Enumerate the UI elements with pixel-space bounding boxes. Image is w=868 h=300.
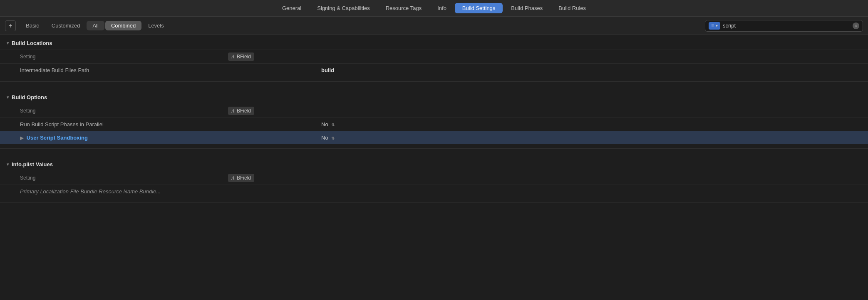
intermediate-build-files-value[interactable]: build — [316, 64, 868, 77]
build-options-chevron[interactable]: ▾ — [7, 95, 9, 100]
tab-build-phases[interactable]: Build Phases — [503, 3, 550, 13]
column-setting-header: Setting — [0, 50, 225, 64]
expand-arrow-icon[interactable]: ▶ — [20, 135, 23, 140]
table-row: Intermediate Build Files Path build — [0, 64, 868, 77]
search-clear-button[interactable]: × — [853, 22, 859, 29]
build-options-table: Setting 𝐴 BField Run Build Script Phases… — [0, 104, 868, 145]
table-row: Primary Localization File Bundle Resourc… — [0, 185, 868, 198]
info-plist-bfield-header: 𝐴 BField — [225, 171, 316, 185]
info-plist-row-value — [316, 185, 868, 198]
tab-build-rules[interactable]: Build Rules — [551, 3, 593, 13]
intermediate-build-files-path-label: Intermediate Build Files Path — [0, 64, 225, 77]
search-input[interactable] — [723, 22, 850, 29]
filter-all[interactable]: All — [87, 21, 104, 30]
table-row: Setting 𝐴 BField — [0, 50, 868, 64]
spacer-2 — [0, 149, 868, 156]
info-plist-value-header — [316, 171, 868, 185]
build-locations-table: Setting 𝐴 BField Intermediate Build File… — [0, 50, 868, 77]
tab-general[interactable]: General — [275, 3, 309, 13]
build-options-title: Build Options — [12, 94, 47, 100]
build-options-header: ▾ Build Options — [0, 89, 868, 104]
chevron-down-icon: ▾ — [716, 23, 718, 28]
tab-signing[interactable]: Signing & Capabilities — [310, 3, 377, 13]
toolbar: + Basic Customized All Combined Levels ≡… — [0, 17, 868, 35]
build-options-setting-header: Setting — [0, 104, 225, 118]
table-row: Run Build Script Phases in Parallel No ⇅ — [0, 118, 868, 131]
info-plist-row-bfield — [225, 185, 316, 198]
bfield-badge: 𝐴 BField — [228, 174, 254, 182]
build-locations-header: ▾ Build Locations — [0, 35, 868, 50]
filter-basic[interactable]: Basic — [20, 21, 45, 30]
run-build-script-bfield — [225, 118, 316, 131]
bfield-badge: 𝐴 BField — [228, 107, 254, 115]
column-bfield-header: 𝐴 BField — [225, 50, 316, 64]
search-area: ≡ ▾ × — [705, 20, 863, 32]
info-plist-title: Info.plist Values — [12, 161, 53, 168]
build-locations-chevron[interactable]: ▾ — [7, 40, 9, 46]
tab-build-settings[interactable]: Build Settings — [455, 3, 503, 13]
bfield-icon: 𝐴 — [231, 53, 235, 60]
main-content: ▾ Build Locations Setting 𝐴 BField Inter… — [0, 35, 868, 203]
spacer-1 — [0, 82, 868, 89]
info-plist-chevron[interactable]: ▾ — [7, 162, 9, 167]
filter-combined[interactable]: Combined — [105, 21, 141, 30]
info-plist-table: Setting 𝐴 BField Primary Localization Fi… — [0, 171, 868, 198]
bfield-label: BField — [237, 175, 251, 181]
tab-resource-tags[interactable]: Resource Tags — [378, 3, 429, 13]
bfield-icon: 𝐴 — [231, 108, 235, 114]
filter-customized[interactable]: Customized — [46, 21, 86, 30]
tab-info[interactable]: Info — [430, 3, 454, 13]
bfield-icon: 𝐴 — [231, 175, 235, 181]
info-plist-setting-header: Setting — [0, 171, 225, 185]
build-locations-section: ▾ Build Locations Setting 𝐴 BField Inter… — [0, 35, 868, 82]
filter-buttons-group: Basic Customized All Combined Levels — [20, 21, 170, 30]
bfield-label: BField — [237, 108, 251, 114]
info-plist-header: ▾ Info.plist Values — [0, 156, 868, 171]
run-build-script-value[interactable]: No ⇅ — [316, 118, 868, 131]
filter-icon: ≡ — [711, 23, 714, 29]
top-nav-bar: General Signing & Capabilities Resource … — [0, 0, 868, 17]
run-build-script-value-text: No — [321, 121, 328, 128]
user-script-sandboxing-label: ▶ User Script Sandboxing — [0, 131, 225, 144]
build-options-bfield-header: 𝐴 BField — [225, 104, 316, 118]
user-script-sandboxing-text: User Script Sandboxing — [27, 135, 88, 141]
user-script-sandboxing-value[interactable]: No ⇅ — [316, 131, 868, 144]
filter-levels[interactable]: Levels — [142, 21, 170, 30]
add-setting-button[interactable]: + — [5, 20, 16, 31]
table-row: Setting 𝐴 BField — [0, 171, 868, 185]
user-script-sandboxing-bfield — [225, 131, 316, 144]
build-options-value-header — [316, 104, 868, 118]
column-value-header — [316, 50, 868, 64]
bfield-label: BField — [237, 54, 251, 60]
table-row: Setting 𝐴 BField — [0, 104, 868, 118]
table-row: ▶ User Script Sandboxing No ⇅ — [0, 131, 868, 144]
info-plist-row-label: Primary Localization File Bundle Resourc… — [0, 185, 225, 198]
bfield-badge: 𝐴 BField — [228, 52, 254, 61]
intermediate-bfield-cell — [225, 64, 316, 77]
build-locations-title: Build Locations — [12, 40, 52, 46]
search-filter-button[interactable]: ≡ ▾ — [709, 22, 720, 30]
run-build-script-label: Run Build Script Phases in Parallel — [0, 118, 225, 131]
user-script-sandboxing-value-text: No — [321, 135, 328, 141]
run-build-script-stepper[interactable]: ⇅ — [331, 122, 335, 127]
build-options-section: ▾ Build Options Setting 𝐴 BField Run Bui… — [0, 89, 868, 149]
user-script-sandboxing-stepper[interactable]: ⇅ — [331, 136, 335, 140]
info-plist-section: ▾ Info.plist Values Setting 𝐴 BField Pri… — [0, 156, 868, 203]
